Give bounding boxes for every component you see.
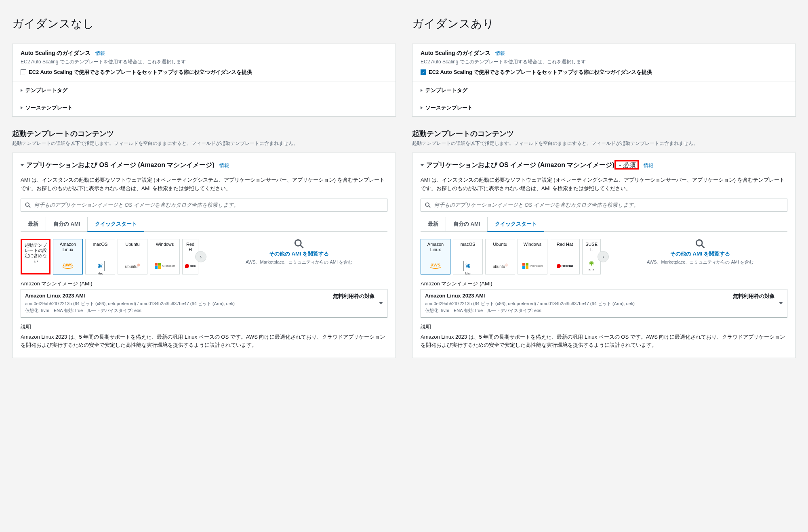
microsoft-logo-icon: Microsoft — [156, 260, 174, 272]
scroll-right-button[interactable]: › — [598, 251, 609, 262]
info-link[interactable]: 情報 — [495, 50, 505, 56]
ubuntu-logo-icon: ubuntu® — [491, 260, 509, 272]
ami-tabs: 最新 自分の AMI クイックスタート — [21, 217, 387, 232]
caret-right-icon — [421, 89, 423, 92]
svg-point-2 — [295, 240, 301, 246]
info-link[interactable]: 情報 — [644, 163, 653, 168]
info-link[interactable]: 情報 — [95, 50, 105, 56]
caret-right-icon — [21, 106, 23, 109]
svg-point-0 — [25, 203, 29, 206]
aws-logo-icon: aws — [59, 260, 77, 272]
guidance-subtitle: EC2 Auto Scaling でこのテンプレートを使用する場合は、これを選択… — [21, 59, 387, 65]
ami-card-ubuntu[interactable]: Ubuntu ubuntu® — [118, 239, 147, 274]
tab-recent[interactable]: 最新 — [21, 217, 46, 231]
ami-select[interactable]: Amazon Linux 2023 AMI 無料利用枠の対象 ami-0ef29… — [421, 289, 787, 318]
expander-source-template[interactable]: ソーステンプレート — [13, 99, 396, 116]
ami-card-redhat[interactable]: Red Hat RedHat — [550, 239, 580, 274]
expander-source-template[interactable]: ソーステンプレート — [412, 99, 795, 116]
chevron-down-icon — [379, 302, 383, 304]
caret-right-icon — [421, 106, 423, 109]
ami-card-macos[interactable]: macOS ⌘ — [85, 239, 115, 274]
free-tier-badge: 無料利用枠の対象 — [733, 293, 775, 300]
svg-point-6 — [696, 240, 702, 246]
ami-tabs: 最新 自分の AMI クイックスタート — [421, 217, 787, 232]
ami-selected-name: Amazon Linux 2023 AMI — [425, 293, 485, 300]
contents-heading: 起動テンプレートのコンテンツ — [412, 129, 796, 138]
svg-line-1 — [29, 206, 30, 207]
ami-description: AMI は、インスタンスの起動に必要なソフトウェア設定 (オペレーティングシステ… — [21, 176, 387, 193]
mac-logo-icon: ⌘ — [91, 260, 109, 272]
redhat-logo-icon: RedHat — [556, 260, 574, 272]
free-tier-badge: 無料利用枠の対象 — [333, 293, 375, 300]
guidance-title: Auto Scaling のガイダンス 情報 — [421, 50, 787, 57]
tab-recent[interactable]: 最新 — [421, 217, 446, 231]
guidance-checkbox[interactable]: ✓ — [421, 69, 426, 75]
ami-section-title: アプリケーションおよび OS イメージ (Amazon マシンイメージ) - 必… — [421, 161, 787, 170]
scroll-right-button[interactable]: › — [195, 251, 206, 262]
contents-sub: 起動テンプレートの詳細を以下で指定します。フィールドを空白のままにすると、フィー… — [12, 140, 396, 147]
suse-logo-icon: ◉SUS — [582, 260, 601, 272]
contents-heading: 起動テンプレートのコンテンツ — [12, 129, 396, 138]
guidance-panel: Auto Scaling のガイダンス 情報 EC2 Auto Scaling … — [12, 44, 396, 117]
ami-detail-line1: ami-0ef29ab52ff72213b (64 ビット (x86), uef… — [25, 301, 375, 307]
ami-section-title: アプリケーションおよび OS イメージ (Amazon マシンイメージ) 情報 — [21, 161, 387, 170]
microsoft-logo-icon: Microsoft — [523, 260, 542, 272]
ami-card-amazon-linux[interactable]: Amazon Linux aws — [421, 239, 450, 274]
ami-select-label: Amazon マシンイメージ (AMI) — [421, 280, 787, 287]
expander-template-tags[interactable]: テンプレートタグ — [412, 82, 795, 99]
caret-right-icon — [21, 89, 23, 92]
tab-my-ami[interactable]: 自分の AMI — [46, 217, 87, 231]
ami-card-amazon-linux[interactable]: Amazon Linux aws — [53, 239, 83, 274]
guidance-checkbox[interactable] — [21, 69, 26, 75]
guidance-panel: Auto Scaling のガイダンス 情報 EC2 Auto Scaling … — [412, 44, 796, 117]
description-heading: 説明 — [21, 323, 387, 331]
required-badge: - 必須 — [614, 160, 639, 170]
column-heading: ガイダンスあり — [412, 16, 796, 31]
ami-select-label: Amazon マシンイメージ (AMI) — [21, 280, 387, 287]
browse-more-ami-link[interactable]: その他の AMI を閲覧する — [670, 250, 730, 258]
info-link[interactable]: 情報 — [219, 163, 229, 168]
tab-quickstart[interactable]: クイックスタート — [87, 217, 144, 232]
column-heading: ガイダンスなし — [12, 16, 396, 31]
ami-card-ubuntu[interactable]: Ubuntu ubuntu® — [485, 239, 515, 274]
svg-point-4 — [425, 203, 429, 206]
redhat-logo-icon: Rec — [182, 260, 198, 272]
tab-my-ami[interactable]: 自分の AMI — [446, 217, 487, 231]
ami-search-input[interactable]: 何千ものアプリケーションイメージと OS イメージを含むカタログ全体を検索します… — [421, 199, 787, 212]
ami-card-windows[interactable]: Windows Microsoft — [518, 239, 547, 274]
ami-card-exclude[interactable]: 起動テンプレートの設定に含めない — [21, 239, 50, 274]
search-icon — [294, 239, 304, 249]
tab-quickstart[interactable]: クイックスタート — [487, 217, 544, 232]
search-icon — [25, 202, 31, 208]
ami-selected-name: Amazon Linux 2023 AMI — [25, 293, 85, 300]
column-with-guidance: ガイダンスあり Auto Scaling のガイダンス 情報 EC2 Auto … — [412, 16, 796, 358]
ami-search-input[interactable]: 何千ものアプリケーションイメージと OS イメージを含むカタログ全体を検索します… — [21, 199, 387, 212]
caret-down-icon — [21, 164, 24, 166]
guidance-subtitle: EC2 Auto Scaling でこのテンプレートを使用する場合は、これを選択… — [421, 59, 787, 65]
search-placeholder: 何千ものアプリケーションイメージと OS イメージを含むカタログ全体を検索します… — [434, 201, 639, 209]
ami-card-windows[interactable]: Windows Microsoft — [150, 239, 180, 274]
ami-detail-line2: 仮想化: hvm ENA 有効: true ルートデバイスタイプ: ebs — [425, 308, 775, 314]
contents-sub: 起動テンプレートの詳細を以下で指定します。フィールドを空白のままにすると、フィー… — [412, 140, 796, 147]
browse-sub: AWS、Marketplace、コミュニティからの AMI を含む — [647, 259, 753, 265]
ami-select[interactable]: Amazon Linux 2023 AMI 無料利用枠の対象 ami-0ef29… — [21, 289, 387, 318]
ami-card-macos[interactable]: macOS ⌘ — [453, 239, 483, 274]
svg-line-7 — [702, 245, 705, 248]
chevron-down-icon — [779, 302, 783, 304]
ami-detail-line1: ami-0ef29ab52ff72213b (64 ビット (x86), uef… — [425, 301, 775, 307]
search-icon — [425, 202, 431, 208]
svg-line-3 — [301, 245, 303, 248]
mac-logo-icon: ⌘ — [459, 260, 477, 272]
ami-panel: アプリケーションおよび OS イメージ (Amazon マシンイメージ) 情報 … — [12, 153, 396, 358]
browse-sub: AWS、Marketplace、コミュニティからの AMI を含む — [246, 259, 352, 265]
guidance-checkbox-label: EC2 Auto Scaling で使用できるテンプレートをセットアップする際に… — [29, 69, 252, 76]
browse-more-ami-link[interactable]: その他の AMI を閲覧する — [269, 250, 329, 258]
search-placeholder: 何千ものアプリケーションイメージと OS イメージを含むカタログ全体を検索します… — [34, 201, 239, 209]
svg-line-5 — [429, 206, 430, 207]
caret-down-icon — [421, 164, 424, 166]
column-without-guidance: ガイダンスなし Auto Scaling のガイダンス 情報 EC2 Auto … — [12, 16, 396, 358]
ami-detail-line2: 仮想化: hvm ENA 有効: true ルートデバイスタイプ: ebs — [25, 308, 375, 314]
ami-panel: アプリケーションおよび OS イメージ (Amazon マシンイメージ) - 必… — [412, 153, 796, 358]
description-body: Amazon Linux 2023 は、5 年間の長期サポートを備えた、最新の汎… — [21, 333, 387, 350]
expander-template-tags[interactable]: テンプレートタグ — [13, 82, 396, 99]
